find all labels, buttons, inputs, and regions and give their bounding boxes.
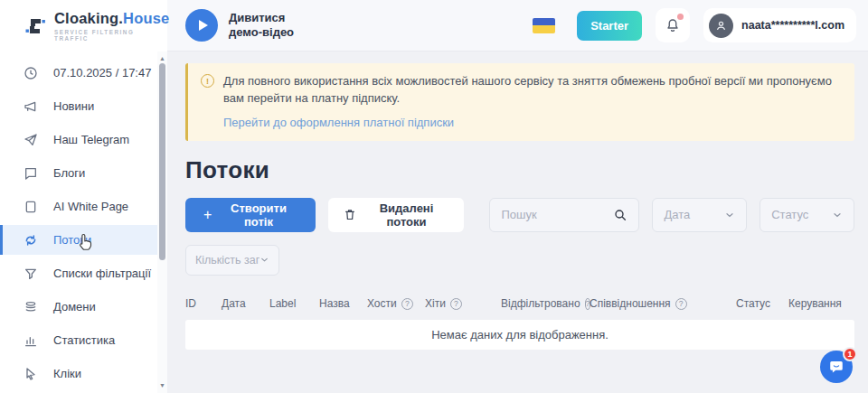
column-header-ratio: Співвідношення? [590, 297, 736, 310]
brand-primary: Cloaking. [54, 10, 123, 26]
help-icon[interactable]: ? [401, 298, 413, 310]
column-header-date: Дата [222, 297, 269, 310]
column-label: Хости [367, 297, 397, 310]
demo-video-play-button[interactable] [185, 9, 218, 42]
logo-text: Cloaking.House SERVICE FILTERING TRAFFIC [54, 10, 170, 42]
chat-widget-button[interactable]: 1 [820, 351, 853, 383]
flag-yellow-stripe [533, 25, 555, 33]
plan-badge[interactable]: Starter [577, 11, 642, 41]
demo-video-label[interactable]: Дивитися демо-відео [229, 11, 312, 41]
chat-bubble-icon [23, 165, 38, 181]
date-filter-label: Дата [664, 208, 690, 221]
column-header-status: Статус [736, 297, 788, 310]
column-label: Статус [736, 297, 770, 310]
chat-widget-icon [828, 359, 844, 375]
app-root: Cloaking.House SERVICE FILTERING TRAFFIC… [0, 0, 868, 393]
sidebar-item-telegram[interactable]: Наш Telegram [0, 125, 167, 154]
column-label: Дата [222, 297, 246, 310]
create-stream-label: Створити потік [220, 201, 297, 229]
sidebar-item-filter-lists[interactable]: Списки фільтрації [0, 258, 167, 288]
sidebar-datetime-label: 07.10.2025 / 17:47 [53, 66, 151, 80]
column-label: Назва [319, 297, 350, 310]
table-empty-state: Немає даних для відображення. [185, 320, 854, 350]
brand-name: Cloaking.House [54, 10, 170, 27]
date-filter-dropdown[interactable]: Дата [652, 198, 747, 232]
trash-icon [344, 208, 356, 221]
content: ! Для повного використання всіх можливос… [167, 51, 868, 393]
column-header-actions: Керування [788, 297, 854, 310]
search-icon[interactable] [613, 208, 627, 222]
notification-dot [677, 14, 684, 20]
notifications-button[interactable] [656, 8, 690, 42]
per-page-label: Кількість запі [195, 254, 259, 267]
status-filter-dropdown[interactable]: Статус [760, 198, 854, 232]
sidebar-item-clicks[interactable]: Кліки [0, 359, 167, 388]
topbar: Дивитися демо-відео Starter naata*******… [167, 0, 868, 51]
column-header-hits: Хіти? [425, 297, 501, 310]
sidebar-item-ai-white-page[interactable]: AI White Page [0, 192, 167, 221]
language-flag-ukraine[interactable] [533, 18, 555, 33]
column-header-filtered: Відфільтровано? [501, 297, 590, 310]
chevron-down-icon [832, 210, 843, 220]
column-header-id: ID [185, 297, 222, 310]
streams-table: ID Дата Label Назва Хости? Хіти? Відфіль… [185, 291, 854, 350]
sidebar-item-label: Потоки [53, 233, 91, 247]
warning-icon: ! [201, 74, 214, 88]
column-header-label: Label [269, 297, 319, 310]
column-label: ID [185, 297, 196, 310]
column-label: Співвідношення [590, 297, 671, 310]
chat-notification-badge: 1 [843, 347, 857, 361]
scroll-up-icon[interactable]: ▲ [157, 54, 167, 63]
brand-secondary: House [123, 10, 169, 26]
funnel-icon [23, 266, 38, 281]
table-header-row: ID Дата Label Назва Хости? Хіти? Відфіль… [185, 291, 854, 317]
user-email: naata**********l.com [741, 19, 844, 32]
user-account-button[interactable]: naata**********l.com [703, 8, 856, 42]
sync-icon [23, 232, 38, 248]
deleted-streams-button[interactable]: Видалені потоки [328, 198, 465, 232]
scrollbar-thumb[interactable] [159, 63, 165, 260]
sidebar-nav: 07.10.2025 / 17:47 Новини Наш Telegram Б… [0, 51, 167, 388]
logo[interactable]: Cloaking.House SERVICE FILTERING TRAFFIC [0, 0, 167, 51]
sidebar-item-label: Новини [53, 99, 94, 113]
deleted-streams-label: Видалені потоки [364, 201, 449, 229]
sidebar-item-news[interactable]: Новини [0, 91, 167, 121]
avatar [709, 14, 733, 38]
chevron-down-icon [724, 210, 735, 220]
column-label: Label [269, 297, 296, 310]
sidebar-item-statistics[interactable]: Статистика [0, 325, 167, 355]
search-input[interactable] [501, 208, 606, 221]
column-header-name: Назва [319, 297, 367, 310]
search-box [489, 198, 639, 232]
sidebar-item-label: Блоги [53, 166, 85, 180]
sidebar: Cloaking.House SERVICE FILTERING TRAFFIC… [0, 0, 167, 393]
page-title: Потоки [185, 156, 854, 184]
sidebar-item-label: AI White Page [53, 200, 128, 213]
megaphone-icon [23, 98, 38, 114]
controls-row: + Створити потік Видалені потоки [185, 198, 854, 232]
sidebar-item-blogs[interactable]: Блоги [0, 158, 167, 188]
create-stream-button[interactable]: + Створити потік [185, 198, 316, 232]
sidebar-item-label: Домени [53, 300, 96, 313]
telegram-icon [23, 132, 38, 147]
sidebar-item-label: Статистика [53, 333, 115, 347]
play-icon [199, 20, 208, 31]
sidebar-scrollbar[interactable]: ▲ ▼ [157, 51, 167, 393]
page-icon [23, 199, 38, 214]
per-page-dropdown[interactable]: Кількість запі [185, 245, 279, 276]
bar-chart-icon [23, 332, 38, 348]
scroll-down-icon[interactable]: ▼ [157, 381, 167, 390]
sidebar-item-label: Кліки [53, 367, 81, 380]
sidebar-item-domains[interactable]: Домени [0, 292, 167, 322]
banner-body: Для повного використання всіх можливосте… [223, 73, 842, 129]
column-header-hosts: Хости? [367, 297, 425, 310]
sidebar-item-label: Наш Telegram [53, 133, 129, 146]
help-icon[interactable]: ? [450, 298, 462, 310]
main-area: Дивитися демо-відео Starter naata*******… [167, 0, 868, 393]
subscribe-link[interactable]: Перейти до оформлення платної підписки [223, 116, 842, 129]
clock-icon [23, 65, 38, 80]
help-icon[interactable]: ? [675, 298, 687, 310]
column-label: Відфільтровано [501, 297, 580, 310]
empty-state-text: Немає даних для відображення. [431, 328, 609, 342]
sidebar-item-streams[interactable]: Потоки [0, 225, 167, 255]
